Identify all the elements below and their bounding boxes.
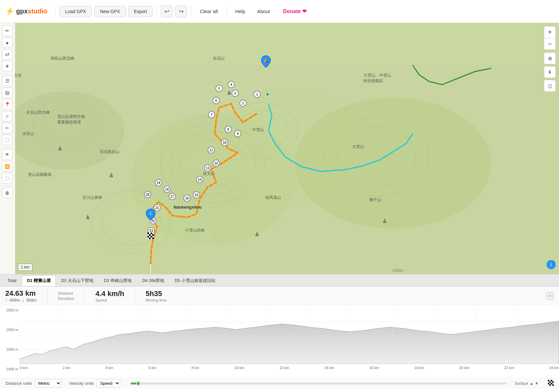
grid-tool[interactable]: ⬚: [2, 173, 12, 183]
undo-button[interactable]: ↩: [161, 6, 173, 17]
distance-stat: 24.63 km ↑ 489m ↓ 368m: [5, 289, 37, 303]
new-gpx-button[interactable]: New GPX: [94, 6, 125, 17]
waypoint-7[interactable]: 7: [208, 111, 215, 118]
download-map-button[interactable]: ⬇: [544, 66, 556, 78]
waypoint-8[interactable]: 8: [225, 126, 232, 133]
tool-divider-1: [2, 73, 13, 74]
speed-stat: 4.4 km/h Speed: [95, 289, 124, 303]
waypoint-14[interactable]: 14: [196, 176, 203, 183]
svg-rect-55: [550, 381, 551, 383]
tent-pin[interactable]: ⛺: [260, 55, 272, 69]
distance-units-select[interactable]: Metric Imperial: [35, 379, 61, 387]
zoom-out-button[interactable]: −: [544, 38, 556, 50]
point-tool[interactable]: ●: [2, 37, 12, 48]
velocity-units-label: Velocity units: [69, 381, 94, 386]
help-button[interactable]: Help: [231, 6, 250, 17]
x-label-12: 12 km: [279, 366, 289, 370]
list-tool[interactable]: ☰: [2, 76, 12, 86]
waypoint-9[interactable]: 9: [234, 130, 241, 137]
y-label-2450: 2450 m: [3, 347, 18, 351]
chart-main[interactable]: 0 km 2 km 4 km 6 km 8 km 10 km 12 km 14 …: [20, 308, 559, 378]
waypoint-17[interactable]: 17: [169, 193, 176, 200]
about-button[interactable]: About: [252, 6, 274, 17]
tabs-bar: Total D1 輕簣山屋 D2 火石山下營地 D3 奇峻山營地 D4 26k營…: [0, 275, 559, 287]
elevation-down-icon: ↓: [22, 298, 24, 303]
waypoint-2[interactable]: 2: [239, 100, 247, 107]
locate-button[interactable]: ⊕: [544, 52, 556, 64]
map-info-button[interactable]: i: [547, 260, 556, 269]
waypoint-5[interactable]: 5: [215, 85, 223, 92]
trash-tool[interactable]: 🗑: [2, 188, 12, 198]
x-axis: 0 km 2 km 4 km 6 km 8 km 10 km 12 km 14 …: [20, 365, 559, 370]
merge-tool[interactable]: 🔀: [2, 161, 12, 172]
waypoint-3[interactable]: 3: [232, 90, 239, 97]
waypoint-13[interactable]: 13: [204, 164, 211, 172]
waypoint-20[interactable]: 20: [144, 191, 151, 198]
moving-time-value: 5h35: [145, 289, 167, 298]
waypoint-4[interactable]: 4: [228, 81, 235, 88]
tab-d5[interactable]: D5 小雪山旅遊資訊站: [170, 275, 220, 286]
tab-d2[interactable]: D2 火石山下營地: [56, 275, 98, 286]
svg-rect-31: [147, 236, 149, 237]
layers-button[interactable]: ◫: [544, 80, 556, 92]
app-logo[interactable]: ⚡ gpxstudio: [5, 7, 47, 16]
svg-rect-34: [152, 237, 154, 239]
waypoint-10[interactable]: 10: [221, 139, 228, 146]
distance-label: Distance: [58, 291, 74, 296]
x-label-20: 20 km: [459, 366, 469, 370]
add-tool[interactable]: +: [2, 61, 12, 71]
velocity-units-control: Velocity units Speed Pace: [69, 379, 120, 387]
zoom-in-button[interactable]: +: [544, 26, 556, 38]
waypoint-6[interactable]: 6: [213, 97, 220, 104]
redo-button[interactable]: ↪: [175, 6, 187, 17]
waypoint-15[interactable]: 15: [193, 191, 200, 198]
moving-time-stat: 5h35 Moving time: [145, 289, 167, 303]
load-gpx-button[interactable]: Load GPX: [60, 6, 92, 17]
waypoint-12[interactable]: 12: [213, 159, 220, 167]
svg-text:i: i: [150, 211, 151, 216]
waypoint-1[interactable]: 1: [253, 91, 261, 98]
end-checkered: [147, 233, 154, 240]
stat-divider-3: [135, 289, 135, 303]
donate-button[interactable]: Donate ❤: [277, 6, 312, 17]
tab-d3[interactable]: D3 奇峻山營地: [99, 275, 137, 286]
elevation-up-value: 489m: [9, 298, 20, 303]
svg-point-4: [295, 98, 491, 229]
speed-label: Speed: [95, 298, 124, 303]
cut-tool[interactable]: ✂: [2, 123, 12, 133]
waypoint-18[interactable]: 18: [163, 186, 171, 193]
stats-row: 24.63 km ↑ 489m ↓ 368m Distance Elevatio…: [0, 287, 559, 306]
minimize-panel-button[interactable]: −: [546, 292, 554, 300]
tab-d1[interactable]: D1 輕簣山屋: [22, 275, 55, 286]
y-label-2500: 2500 m: [3, 328, 18, 332]
export-button[interactable]: Export: [128, 6, 153, 17]
waypoint-19[interactable]: 19: [155, 179, 162, 186]
gpx-icon: ⚡: [5, 7, 14, 16]
progress-bar-container[interactable]: [131, 383, 507, 384]
svg-rect-28: [151, 233, 152, 234]
waypoint-tool[interactable]: 📍: [2, 99, 12, 110]
chart-area: 2550 m 2500 m 2450 m 2400 m: [0, 306, 559, 378]
tab-total[interactable]: Total: [3, 276, 21, 285]
waypoint-11[interactable]: 11: [208, 146, 215, 154]
swap-tool[interactable]: ⇄: [2, 49, 12, 60]
elevation-up-icon: ↑: [5, 298, 8, 303]
tab-d4[interactable]: D4 26k營地: [137, 275, 169, 286]
svg-rect-59: [550, 384, 551, 386]
eye-off-tool[interactable]: 👁: [2, 149, 12, 160]
top-navigation: ⚡ gpxstudio Load GPX New GPX Export ↩ ↪ …: [0, 0, 559, 23]
moving-time-label: Moving time: [145, 298, 167, 303]
segments-tool[interactable]: ▤: [2, 87, 12, 98]
svg-rect-27: [147, 233, 149, 234]
info-pin[interactable]: i: [145, 208, 156, 222]
clear-all-button[interactable]: Clear all: [195, 6, 222, 17]
draw-tool[interactable]: ✏: [2, 26, 12, 36]
rectangle-tool[interactable]: ⬚: [2, 135, 12, 145]
velocity-units-select[interactable]: Speed Pace: [97, 379, 120, 387]
x-label-8: 8 km: [192, 366, 199, 370]
expand-tool[interactable]: ⤢: [2, 111, 12, 121]
tool-divider-2: [2, 147, 13, 147]
stat-divider-1: [47, 289, 47, 303]
start-green-dot: [265, 92, 270, 97]
waypoint-16[interactable]: 16: [183, 195, 191, 202]
